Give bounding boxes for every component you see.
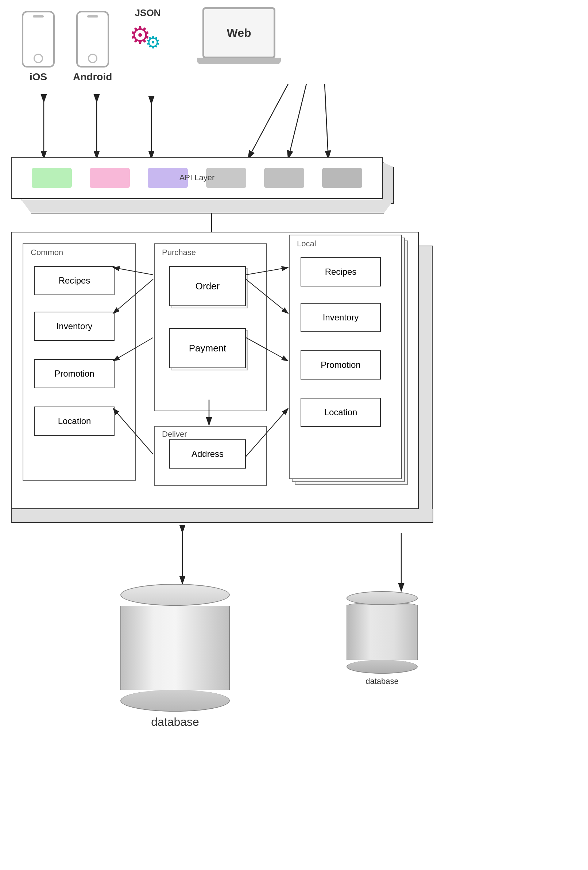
arch-box-right-face — [419, 246, 433, 523]
payment-label: Payment — [189, 343, 226, 354]
arch-main-box: Common Recipes Inventory Promotion Locat… — [11, 232, 419, 509]
api-layer-section: API Layer — [11, 157, 394, 213]
arch-box-bottom-face — [11, 509, 433, 523]
db-sec-bottom — [347, 660, 418, 674]
common-inventory-box: Inventory — [34, 312, 115, 341]
deliver-title: Deliver — [162, 429, 187, 439]
purchase-title: Purchase — [162, 248, 196, 257]
api-box-right-face — [382, 162, 394, 204]
local-location-label: Location — [324, 407, 357, 417]
laptop-base — [197, 58, 281, 64]
address-box: Address — [169, 439, 246, 469]
svg-line-6 — [288, 84, 307, 159]
api-layer-label: API Layer — [179, 173, 215, 182]
order-box: Order — [169, 266, 246, 306]
payment-box: Payment — [169, 328, 246, 368]
local-recipes-box: Recipes — [301, 257, 381, 286]
common-promotion-box: Promotion — [34, 359, 115, 388]
android-phone-icon — [76, 11, 109, 67]
local-promotion-label: Promotion — [321, 360, 360, 370]
api-chip-gray2 — [264, 168, 304, 188]
local-location-box: Location — [301, 398, 381, 427]
svg-line-7 — [325, 84, 328, 159]
local-inventory-box: Inventory — [301, 303, 381, 332]
android-device: Android — [73, 11, 112, 83]
common-recipes-label: Recipes — [59, 276, 91, 286]
common-location-box: Location — [34, 407, 115, 436]
android-label: Android — [73, 71, 112, 83]
gears-icon: ⚙ ⚙ — [130, 22, 166, 51]
json-section: JSON ⚙ ⚙ — [124, 7, 171, 51]
json-label: JSON — [135, 7, 161, 19]
api-chip-gray3 — [322, 168, 362, 188]
local-title: Local — [297, 239, 316, 249]
common-promotion-label: Promotion — [54, 369, 94, 379]
api-box-face: API Layer — [11, 157, 383, 199]
secondary-database: database — [347, 591, 418, 686]
common-section: Common Recipes Inventory Promotion Locat… — [22, 243, 136, 481]
api-box-bottom-face — [21, 200, 394, 213]
db-main-bottom — [121, 690, 230, 712]
db-main-top — [121, 584, 230, 606]
order-container: Order — [169, 266, 246, 306]
order-label: Order — [195, 281, 220, 292]
web-label: Web — [227, 26, 251, 40]
secondary-db-label: database — [366, 676, 399, 686]
api-chip-pink — [90, 168, 130, 188]
db-sec-body — [347, 605, 418, 660]
gear-teal-icon: ⚙ — [146, 33, 161, 52]
common-title: Common — [31, 248, 63, 257]
ios-phone-icon — [22, 11, 55, 67]
ios-label: iOS — [30, 71, 47, 83]
deliver-section: Deliver Address — [154, 426, 267, 486]
db-sec-top — [347, 591, 418, 605]
local-section: Local Recipes Inventory Promotion Locati… — [289, 235, 402, 479]
diagram-container: iOS Android JSON ⚙ ⚙ Web — [0, 0, 588, 870]
common-location-label: Location — [58, 416, 91, 426]
web-laptop-icon: Web — [202, 7, 275, 58]
web-device: Web — [197, 7, 281, 64]
api-chip-green — [32, 168, 72, 188]
local-promotion-box: Promotion — [301, 350, 381, 380]
payment-container: Payment — [169, 328, 246, 368]
svg-line-5 — [248, 84, 288, 159]
local-inventory-label: Inventory — [323, 312, 359, 323]
db-main-body — [121, 606, 230, 690]
ios-device: iOS — [22, 11, 55, 83]
local-recipes-label: Recipes — [325, 267, 357, 277]
main-db-label: database — [151, 715, 199, 729]
main-database: database — [121, 584, 230, 729]
common-inventory-label: Inventory — [57, 321, 93, 331]
common-recipes-box: Recipes — [34, 266, 115, 295]
purchase-section: Purchase Order Payment — [154, 243, 267, 411]
address-label: Address — [192, 449, 223, 459]
